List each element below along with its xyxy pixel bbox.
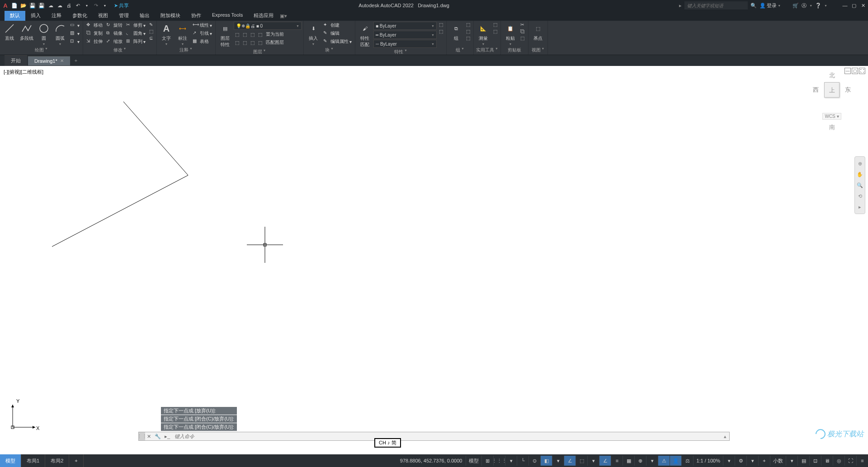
circle-button[interactable]: 圆▼ (36, 22, 52, 47)
isolate-icon[interactable]: ◎ (833, 456, 844, 466)
tab-addins[interactable]: 附加模块 (155, 11, 186, 21)
start-tab[interactable]: 开始 (5, 55, 27, 66)
tab-annotate[interactable]: 注释 (46, 11, 67, 21)
pan-icon[interactable]: ✋ (856, 170, 864, 178)
edit-attr-button[interactable]: ✎编辑属性▾ (322, 38, 353, 45)
tab-close-icon[interactable]: ✕ (60, 58, 64, 63)
showmotion-icon[interactable]: ▸ (856, 203, 864, 211)
saveas-icon[interactable]: 💾 (38, 2, 45, 9)
viewcube[interactable]: 北 西 上 东 南 WCS ▾ (809, 75, 854, 120)
group-btn-1[interactable]: ⬚ (465, 22, 472, 28)
cart-icon[interactable]: 🛒 (793, 3, 799, 9)
stretch-button[interactable]: ⇲拉伸 (85, 38, 104, 45)
ribbon-more-icon[interactable]: ▣▾ (279, 11, 288, 21)
prop-btn-1[interactable]: ⬚ (438, 22, 444, 28)
edit-block-button[interactable]: ✎编辑 (322, 30, 353, 37)
match-layer-button[interactable]: 匹配图层 (264, 39, 285, 46)
fillet-button[interactable]: ◟圆角▾ (125, 30, 147, 37)
vp-full-icon[interactable]: ⛶ (859, 68, 865, 74)
linetype-dropdown[interactable]: ─ ByLayer▼ (373, 40, 437, 48)
paste-button[interactable]: 📋粘贴▼ (503, 22, 518, 47)
search-icon[interactable]: 🔍 (750, 3, 757, 9)
annoscale-icon[interactable]: ⚖ (681, 456, 693, 466)
redo-icon[interactable]: ↷ (92, 2, 99, 9)
util-btn-2[interactable]: ⬚ (492, 28, 499, 34)
close-icon[interactable]: ✕ (860, 2, 866, 9)
group-btn-2[interactable]: ⬚ (465, 28, 472, 34)
zoom-extents-icon[interactable]: 🔍 (856, 181, 864, 189)
viewcube-e[interactable]: 东 (845, 86, 851, 94)
measure-button[interactable]: 📐测量▼ (476, 22, 491, 47)
minimize-icon[interactable]: — (842, 2, 848, 9)
mirror-button[interactable]: ⧉镜像 (105, 30, 124, 37)
undo-icon[interactable]: ↶ (74, 2, 81, 9)
tab-featured[interactable]: 精选应用 (248, 11, 279, 21)
autodesk-app-icon[interactable]: Ⓐ (802, 2, 807, 9)
tab-default[interactable]: 默认 (5, 11, 25, 21)
login-button[interactable]: 👤登录▼ (760, 2, 781, 9)
tab-output[interactable]: 输出 (134, 11, 155, 21)
3dosnap-icon[interactable]: ⬚ (576, 456, 587, 466)
cmdline-settings-icon[interactable]: 🔧 (153, 434, 163, 439)
layer-btn-6[interactable]: ⬚ (241, 39, 248, 46)
layer-btn-2[interactable]: ⬚ (241, 31, 248, 38)
maximize-icon[interactable]: ▢ (851, 2, 857, 9)
layer-btn-1[interactable]: ⬚ (234, 31, 241, 38)
app-logo-icon[interactable]: A (2, 2, 9, 9)
polyline-button[interactable]: 多段线 (18, 22, 35, 42)
erase-icon[interactable]: ✎ (148, 22, 155, 28)
copy-clip-icon[interactable]: ⿻ (519, 28, 526, 34)
vp-min-icon[interactable]: — (844, 68, 851, 74)
layout-add-icon[interactable]: + (69, 454, 83, 467)
new-file-icon[interactable]: 📄 (11, 2, 18, 9)
linear-button[interactable]: ⟷线性▾ (191, 22, 213, 29)
util-btn-1[interactable]: ⬚ (492, 22, 499, 28)
print-icon[interactable]: 🖨 (65, 2, 72, 9)
group-button[interactable]: ⧉组 (448, 22, 464, 42)
dimension-button[interactable]: ⟷标注▼ (175, 22, 190, 47)
cleanscreen-icon[interactable]: ⛶ (844, 456, 856, 466)
snap-drop-icon[interactable]: ▾ (505, 456, 517, 466)
tab-parametric[interactable]: 参数化 (67, 11, 93, 21)
arc-button[interactable]: 圆弧▼ (52, 22, 68, 47)
workspace-drop-icon[interactable]: ▾ (746, 456, 758, 466)
tab-express[interactable]: Express Tools (207, 11, 248, 21)
hardware-icon[interactable]: 🖥 (821, 456, 833, 466)
tab-add-icon[interactable]: + (71, 56, 81, 65)
help-icon[interactable]: ❔ (815, 3, 821, 9)
lockui-icon[interactable]: ⊡ (809, 456, 821, 466)
annomonitor-icon[interactable]: ⚠ (658, 456, 670, 466)
layout-2[interactable]: 布局2 (45, 454, 69, 467)
tab-manage[interactable]: 管理 (113, 11, 134, 21)
lineweight-dropdown[interactable]: ━ ByLayer▼ (373, 31, 437, 39)
color-dropdown[interactable]: ■ ByLayer▼ (373, 22, 437, 30)
viewport-label[interactable]: [-][俯视][二维线框] (4, 69, 43, 75)
layout-1[interactable]: 布局1 (21, 454, 45, 467)
layer-btn-4[interactable]: ⬚ (257, 31, 264, 38)
snap-toggle-icon[interactable]: ⋮⋮⋮ (493, 456, 505, 466)
tab-view[interactable]: 视图 (93, 11, 113, 21)
layer-props-button[interactable]: ▤图层 特性 (217, 22, 233, 49)
scale-button[interactable]: ⤢缩放 (105, 38, 124, 45)
wcs-dropdown[interactable]: WCS ▾ (822, 113, 841, 120)
layer-btn-3[interactable]: ⬚ (249, 31, 256, 38)
line-button[interactable]: 直线 (2, 22, 17, 42)
viewcube-w[interactable]: 西 (813, 86, 819, 94)
hatch-small-button[interactable]: ▨▾ (69, 30, 81, 37)
lineweight-icon[interactable]: ≡ (611, 456, 623, 466)
explode-icon[interactable]: ⬚ (148, 28, 155, 34)
offset-icon[interactable]: ⊆ (148, 35, 155, 41)
undo-dropdown-icon[interactable]: ▼ (83, 2, 90, 9)
cycling-icon[interactable]: ⊕ (634, 456, 646, 466)
group-btn-3[interactable]: ⬚ (465, 35, 472, 41)
layer-dropdown[interactable]: 💡❄🔒🖨 ■ 0▼ (234, 22, 302, 30)
status-model[interactable]: 模型 (466, 456, 481, 466)
array-button[interactable]: ⊞阵列▾ (125, 38, 147, 45)
save-icon[interactable]: 💾 (29, 2, 36, 9)
viewcube-n[interactable]: 北 (829, 71, 835, 79)
viewcube-top[interactable]: 上 (824, 82, 840, 98)
layout-model[interactable]: 模型 (0, 454, 21, 467)
leader-button[interactable]: ↗引线▾ (191, 30, 213, 37)
osnap-drop-icon[interactable]: ▾ (587, 456, 599, 466)
search-input[interactable] (684, 1, 748, 9)
